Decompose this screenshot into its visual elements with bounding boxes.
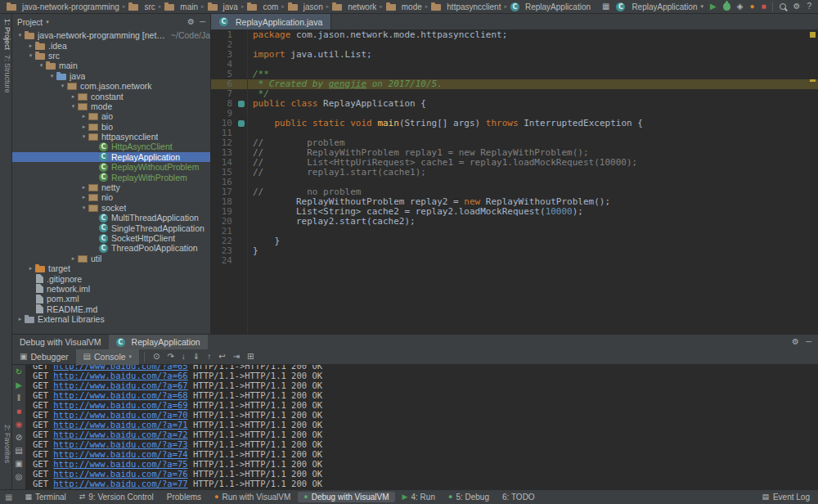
tree-item-idea[interactable]: ▸.idea	[12, 40, 210, 50]
debug-session-tab[interactable]: ReplayApplication	[109, 335, 208, 349]
code-line-4[interactable]: 4	[211, 60, 818, 70]
force-step-into-icon[interactable]: ⇓	[193, 353, 200, 361]
breadcrumb-item-jason[interactable]: jason	[288, 2, 323, 11]
tree-item-main[interactable]: ▾main	[12, 61, 210, 70]
console-url-link[interactable]: http://www.baidu.com/?a=75	[53, 459, 187, 469]
tree-expand-icon[interactable]: ▾	[37, 62, 46, 69]
pause-icon[interactable]: ‖	[17, 394, 20, 403]
search-icon[interactable]	[780, 3, 786, 10]
tree-item-com-jason-network[interactable]: ▾com.jason.network	[12, 81, 210, 91]
tree-item-netty[interactable]: ▸netty	[12, 182, 210, 192]
run-button[interactable]: ▶	[710, 2, 717, 11]
restore-layout-icon[interactable]: ▤	[15, 447, 22, 455]
breadcrumb-item-src[interactable]: src	[128, 2, 155, 11]
breadcrumb-item-java[interactable]: java	[208, 2, 238, 11]
console-url-link[interactable]: http://www.baidu.com/?a=70	[53, 410, 187, 420]
inspection-indicator-icon[interactable]	[810, 32, 816, 38]
event-log-button[interactable]: ▤ Event Log	[762, 493, 813, 502]
tree-item-src[interactable]: ▾src	[12, 51, 210, 61]
tree-expand-icon[interactable]: ▾	[79, 133, 88, 140]
tree-expand-icon[interactable]: ▸	[16, 316, 25, 322]
code-line-1[interactable]: 1package com.jason.network.mode.httpasyn…	[211, 30, 818, 40]
hide-panel-icon[interactable]: ─	[200, 18, 205, 26]
console-url-link[interactable]: http://www.baidu.com/?a=74	[53, 449, 187, 459]
status-item-4-run[interactable]: ▶4: Run	[397, 492, 441, 502]
tool-windows-icon[interactable]: ▦	[602, 2, 609, 11]
debug-button[interactable]	[723, 2, 730, 11]
console-url-link[interactable]: http://www.baidu.com/?a=72	[53, 430, 187, 439]
stop-button[interactable]: ■	[761, 2, 766, 11]
console-url-link[interactable]: http://www.baidu.com/?a=76	[53, 469, 187, 479]
status-item-problems[interactable]: Problems	[161, 492, 207, 502]
step-out-icon[interactable]: ↑	[207, 353, 211, 361]
tree-item-constant[interactable]: ▸constant	[12, 91, 210, 101]
code-line-24[interactable]: 24	[211, 256, 818, 266]
run-to-cursor-icon[interactable]: ⇥	[233, 353, 240, 361]
code-line-3[interactable]: 3import java.util.List;	[211, 50, 818, 60]
code-line-8[interactable]: 8public class ReplayApplication {	[211, 99, 818, 109]
tree-item-socket[interactable]: ▾socket	[12, 203, 210, 213]
code-line-10[interactable]: 10 public static void main(String[] args…	[211, 119, 818, 128]
method-gutter-icon[interactable]	[236, 99, 247, 109]
console-url-link[interactable]: http://www.baidu.com/?a=69	[53, 400, 187, 410]
tree-item-bio[interactable]: ▸bio	[12, 122, 210, 132]
code-line-23[interactable]: 23}	[211, 246, 818, 256]
rerun-icon[interactable]: ↻	[16, 368, 22, 376]
tab-console[interactable]: ▤ Console ▾	[76, 349, 140, 365]
step-into-icon[interactable]: ↓	[182, 353, 186, 361]
tree-expand-icon[interactable]: ▾	[16, 32, 25, 38]
settings-gear-icon[interactable]: ⚙	[792, 338, 799, 346]
tree-item-threadpoolapplication[interactable]: ThreadPoolApplication	[12, 243, 210, 253]
breadcrumb-item-com[interactable]: com	[247, 2, 278, 11]
settings-gear-icon[interactable]: ⚙	[793, 2, 800, 11]
breadcrumb-item-main[interactable]: main	[164, 2, 198, 11]
console-url-link[interactable]: http://www.baidu.com/?a=73	[53, 439, 187, 449]
drop-frame-icon[interactable]: ↩	[218, 353, 225, 361]
tree-item-singlethreadapplication[interactable]: SingleThreadApplication	[12, 223, 210, 232]
tree-item-network-iml[interactable]: network.iml	[12, 284, 210, 294]
tree-item-replaywithproblem[interactable]: ReplayWithProblem	[12, 172, 210, 182]
tree-item-readme-md[interactable]: README.md	[12, 304, 210, 314]
tree-expand-icon[interactable]: ▾	[69, 103, 78, 110]
show-execution-point-icon[interactable]: ⊙	[153, 353, 160, 361]
evaluate-expression-icon[interactable]: ⊞	[247, 353, 254, 361]
tree-item-gitignore[interactable]: .gitignore	[12, 273, 210, 283]
tool-stripe-structure[interactable]: 7: Structure	[0, 55, 11, 93]
tree-item-java-network-programming-network[interactable]: ▾java-network-programming [network]~/Cod…	[12, 30, 210, 40]
tree-item-sockethttpclient[interactable]: SocketHttpClient	[12, 233, 210, 243]
console-url-link[interactable]: http://www.baidu.com/?a=67	[53, 380, 187, 390]
tree-item-httpasyncclient[interactable]: ▾httpasyncclient	[12, 132, 210, 142]
status-item-terminal[interactable]: ▦Terminal	[19, 492, 71, 502]
tree-item-replaywithoutproblem[interactable]: ReplayWithoutProblem	[12, 162, 210, 172]
step-over-icon[interactable]: ↷	[167, 353, 173, 361]
console-url-link[interactable]: http://www.baidu.com/?a=68	[53, 390, 187, 400]
breadcrumb-item-network[interactable]: network	[332, 2, 376, 11]
tree-item-mode[interactable]: ▾mode	[12, 101, 210, 111]
code-editor[interactable]: 1package com.jason.network.mode.httpasyn…	[211, 30, 818, 334]
tree-expand-icon[interactable]: ▾	[58, 83, 67, 89]
method-gutter-icon[interactable]	[236, 119, 247, 128]
line-number[interactable]: 24	[211, 256, 236, 266]
tree-expand-icon[interactable]: ▸	[79, 124, 88, 130]
console-url-link[interactable]: http://www.baidu.com/?a=77	[53, 479, 187, 488]
coverage-button[interactable]: ◈	[737, 2, 744, 11]
status-item-9-version-control[interactable]: ⇄9: Version Control	[74, 492, 160, 502]
tree-expand-icon[interactable]: ▸	[26, 43, 35, 49]
tree-item-external-libraries[interactable]: ▸External Libraries	[12, 314, 210, 324]
tree-item-java[interactable]: ▾java	[12, 71, 210, 81]
breadcrumb-item-httpasyncclient[interactable]: httpasyncclient	[431, 2, 501, 11]
view-breakpoints-icon[interactable]: ◉	[16, 421, 23, 429]
project-panel-title[interactable]: Project	[17, 18, 43, 27]
breadcrumb-item-replayapplication[interactable]: ReplayApplication	[510, 2, 591, 11]
tree-expand-icon[interactable]: ▾	[26, 52, 35, 59]
breadcrumb-item-mode[interactable]: mode	[386, 2, 422, 11]
status-item-run-with-visualvm[interactable]: ●Run with VisualVM	[209, 492, 296, 502]
pin-icon[interactable]: ◎	[16, 473, 23, 481]
status-item-6-todo[interactable]: 6: TODO	[497, 492, 541, 502]
tree-expand-icon[interactable]: ▸	[79, 113, 88, 119]
console-url-link[interactable]: http://www.baidu.com/?a=65	[53, 365, 187, 371]
code-line-21[interactable]: 21	[211, 227, 818, 236]
tree-expand-icon[interactable]: ▸	[26, 265, 35, 272]
status-item-5-debug[interactable]: ●5: Debug	[443, 492, 495, 502]
breadcrumb-item-java-network-programming[interactable]: java-network-programming	[7, 2, 119, 11]
